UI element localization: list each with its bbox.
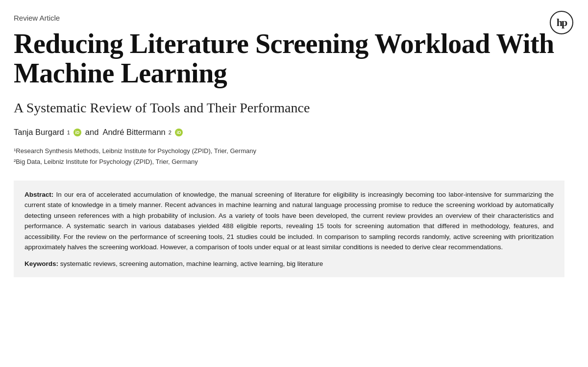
abstract-paragraph: Abstract: In our era of accelerated accu…	[24, 189, 554, 253]
publisher-logo-text: hp	[557, 16, 566, 29]
affiliations: ¹Research Synthesis Methods, Leibniz Ins…	[14, 146, 564, 167]
authors-line: Tanja Burgard1iD and André Bittermann2iD	[14, 128, 564, 137]
abstract-box: Abstract: In our era of accelerated accu…	[14, 181, 564, 277]
author2-orcid-icon[interactable]: iD	[175, 129, 183, 136]
author1-orcid-icon[interactable]: iD	[74, 129, 81, 136]
keywords-text: systematic reviews, screening automation…	[58, 260, 323, 267]
affiliation-2: ²Big Data, Leibniz Institute for Psychol…	[14, 157, 564, 167]
keywords-paragraph: Keywords: systematic reviews, screening …	[24, 259, 554, 269]
author1-name: Tanja Burgard	[14, 128, 64, 137]
author2-name: André Bittermann	[102, 128, 165, 137]
author-connector: and	[85, 128, 99, 137]
main-title: Reducing Literature Screening Workload W…	[14, 29, 564, 88]
subtitle: A Systematic Review of Tools and Their P…	[14, 99, 564, 117]
keywords-label: Keywords:	[24, 260, 58, 267]
abstract-text: In our era of accelerated accumulation o…	[24, 191, 554, 251]
affiliation-1: ¹Research Synthesis Methods, Leibniz Ins…	[14, 146, 564, 157]
publisher-logo: hp	[550, 11, 573, 34]
abstract-label: Abstract:	[24, 191, 53, 198]
review-article-label: Review Article	[14, 14, 564, 22]
